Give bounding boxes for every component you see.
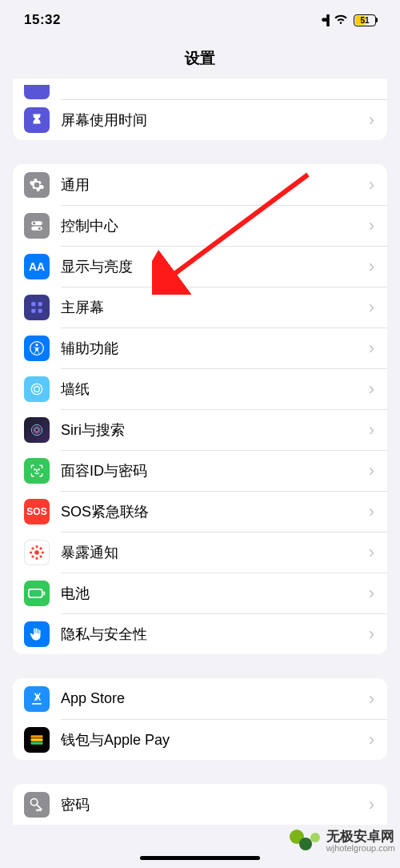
chevron-right-icon: › xyxy=(369,624,374,645)
icon-clipped xyxy=(24,85,50,99)
settings-row-clipped[interactable] xyxy=(13,78,387,99)
svg-point-2 xyxy=(33,222,35,224)
svg-rect-5 xyxy=(38,302,42,306)
svg-rect-6 xyxy=(31,308,35,312)
svg-point-25 xyxy=(40,556,42,557)
settings-row-control-center[interactable]: 控制中心 › xyxy=(13,205,387,246)
chevron-right-icon: › xyxy=(369,338,374,359)
toggles-icon xyxy=(24,213,50,239)
exposure-icon xyxy=(24,540,50,565)
key-icon xyxy=(24,792,50,818)
settings-row-screen-time[interactable]: 屏幕使用时间 › xyxy=(13,99,387,140)
siri-icon xyxy=(24,417,50,443)
chevron-right-icon: › xyxy=(369,794,374,815)
svg-point-12 xyxy=(31,424,42,435)
home-indicator xyxy=(140,856,260,860)
wallet-icon xyxy=(24,727,50,753)
wifi-icon xyxy=(334,14,348,26)
status-time: 15:32 xyxy=(24,12,61,28)
sos-icon: SOS xyxy=(24,499,50,524)
svg-rect-4 xyxy=(31,302,35,306)
settings-row-accessibility[interactable]: 辅助功能 › xyxy=(13,328,387,368)
settings-row-label: 面容ID与密码 xyxy=(61,461,362,480)
settings-row-sos[interactable]: SOS SOS紧急联络 › xyxy=(13,491,387,532)
svg-point-23 xyxy=(40,548,42,549)
chevron-right-icon: › xyxy=(369,501,374,522)
settings-row-label: 电池 xyxy=(61,584,362,603)
settings-row-siri[interactable]: Siri与搜索 › xyxy=(13,409,387,450)
hourglass-icon xyxy=(24,107,50,133)
settings-row-label: 辅助功能 xyxy=(61,339,362,358)
settings-row-label: 隐私与安全性 xyxy=(61,625,362,644)
settings-row-label: App Store xyxy=(61,690,362,707)
svg-point-16 xyxy=(38,468,39,469)
settings-row-label: 屏幕使用时间 xyxy=(61,111,362,130)
svg-point-15 xyxy=(34,468,35,469)
chevron-right-icon: › xyxy=(369,729,374,750)
settings-row-faceid[interactable]: 面容ID与密码 › xyxy=(13,450,387,491)
watermark-url: wjhotelgroup.com xyxy=(326,844,395,854)
settings-row-appstore[interactable]: App Store › xyxy=(13,678,387,719)
chevron-right-icon: › xyxy=(369,583,374,604)
svg-point-24 xyxy=(32,556,34,557)
accessibility-icon xyxy=(24,336,50,361)
svg-point-14 xyxy=(35,428,39,432)
settings-row-general[interactable]: 通用 › xyxy=(13,164,387,205)
settings-section-1: 通用 › 控制中心 › AA 显示与亮度 › 主屏幕 › 辅助功能 › 墙纸 › xyxy=(13,164,387,654)
settings-row-battery[interactable]: 电池 › xyxy=(13,573,387,613)
chevron-right-icon: › xyxy=(369,542,374,563)
settings-row-label: 控制中心 xyxy=(61,216,362,235)
settings-section-2: App Store › 钱包与Apple Pay › xyxy=(13,678,387,760)
svg-point-17 xyxy=(34,550,39,555)
settings-row-label: 钱包与Apple Pay xyxy=(61,730,362,749)
svg-point-19 xyxy=(36,557,38,559)
text-size-icon: AA xyxy=(24,254,50,279)
svg-rect-30 xyxy=(31,741,43,744)
chevron-right-icon: › xyxy=(369,110,374,131)
svg-rect-7 xyxy=(38,308,42,312)
settings-row-passwords[interactable]: 密码 › xyxy=(13,784,387,825)
faceid-icon xyxy=(24,458,50,484)
settings-row-label: SOS紧急联络 xyxy=(61,502,362,521)
settings-row-display[interactable]: AA 显示与亮度 › xyxy=(13,246,387,287)
chevron-right-icon: › xyxy=(369,175,374,195)
settings-row-label: 通用 xyxy=(61,175,362,195)
status-right: ••|| 51 xyxy=(322,13,376,27)
gear-icon xyxy=(24,172,50,198)
chevron-right-icon: › xyxy=(369,420,374,440)
svg-point-20 xyxy=(30,552,32,553)
svg-point-21 xyxy=(42,552,43,553)
svg-point-3 xyxy=(38,227,41,229)
chevron-right-icon: › xyxy=(369,460,374,481)
watermark-text: 无极安卓网 xyxy=(326,830,395,844)
cellular-icon: ••|| xyxy=(322,13,328,27)
chevron-right-icon: › xyxy=(369,689,374,709)
svg-rect-26 xyxy=(29,589,42,597)
battery-icon: 51 xyxy=(354,14,376,26)
settings-row-wallet[interactable]: 钱包与Apple Pay › xyxy=(13,719,387,760)
settings-section-3: 密码 › xyxy=(13,784,387,825)
chevron-right-icon: › xyxy=(369,379,374,400)
svg-point-18 xyxy=(36,545,38,547)
watermark-logo-icon xyxy=(290,830,322,854)
hand-icon xyxy=(24,621,50,647)
page-title: 设置 xyxy=(0,40,400,78)
svg-rect-29 xyxy=(31,738,43,741)
svg-point-10 xyxy=(34,386,40,392)
chevron-right-icon: › xyxy=(369,215,374,236)
appstore-icon xyxy=(24,686,50,712)
settings-row-home-screen[interactable]: 主屏幕 › xyxy=(13,287,387,328)
settings-row-wallpaper[interactable]: 墙纸 › xyxy=(13,368,387,409)
chevron-right-icon: › xyxy=(369,297,374,318)
svg-point-13 xyxy=(34,426,40,432)
settings-section-0: 屏幕使用时间 › xyxy=(13,78,387,140)
wallpaper-icon xyxy=(24,376,50,402)
settings-row-privacy[interactable]: 隐私与安全性 › xyxy=(13,613,387,654)
settings-row-label: 密码 xyxy=(61,795,362,814)
settings-row-exposure[interactable]: 暴露通知 › xyxy=(13,532,387,573)
watermark: 无极安卓网 wjhotelgroup.com xyxy=(290,830,395,854)
svg-point-22 xyxy=(32,548,34,549)
svg-rect-27 xyxy=(43,591,45,595)
home-grid-icon xyxy=(24,295,50,320)
settings-row-label: 主屏幕 xyxy=(61,298,362,317)
